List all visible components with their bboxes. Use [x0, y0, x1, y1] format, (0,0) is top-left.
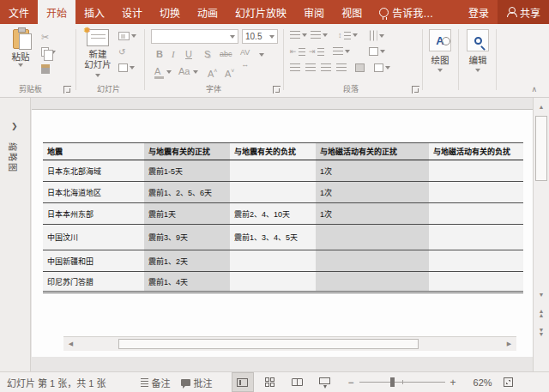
character-spacing-button[interactable]: AV↔ [240, 46, 250, 70]
table-header-cell[interactable]: 与地震有关的正扰 [144, 143, 230, 160]
clipboard-dialog-launcher[interactable] [63, 86, 71, 93]
tab-insert[interactable]: 插入 [75, 0, 113, 24]
table-cell[interactable] [429, 225, 523, 250]
fit-to-window-button[interactable] [498, 372, 520, 392]
table-cell[interactable] [429, 203, 523, 224]
next-slide-button[interactable]: ▼▼ [535, 326, 547, 338]
reading-view-button[interactable] [287, 372, 309, 392]
slide[interactable]: 地震与地震有关的正扰与地震有关的负扰与地磁活动有关的正扰与地磁活动有关的负扰日本… [32, 109, 533, 357]
table-cell[interactable] [230, 160, 316, 181]
grow-font-button[interactable]: A˄ [208, 65, 217, 80]
tab-view[interactable]: 视图 [333, 0, 371, 24]
table-cell[interactable] [429, 272, 523, 291]
table-cell[interactable] [429, 160, 523, 181]
underline-button[interactable]: U [185, 48, 192, 60]
tell-me-box[interactable]: 告诉我… [371, 0, 442, 24]
add-column-button[interactable] [355, 63, 365, 72]
zoom-in-button[interactable]: + [450, 378, 456, 387]
table-cell[interactable]: 中国新疆和田 [43, 250, 144, 271]
tab-animations[interactable]: 动画 [189, 0, 226, 24]
table-header-cell[interactable]: 与地磁活动有关的负扰 [429, 143, 523, 160]
zoom-out-button[interactable]: − [348, 378, 354, 387]
table-cell[interactable]: 日本东北部海域 [43, 160, 144, 181]
table-cell[interactable] [429, 182, 523, 202]
tab-file[interactable]: 文件 [0, 0, 38, 24]
slideshow-button[interactable] [314, 372, 336, 392]
change-case-button[interactable]: Aa [178, 65, 198, 77]
tab-home[interactable]: 开始 [38, 0, 75, 24]
table-cell[interactable]: 1次 [316, 182, 429, 202]
expand-pane-icon[interactable]: ❯ [11, 122, 18, 130]
table-cell[interactable]: 日本本州东部 [43, 203, 144, 224]
format-painter-button[interactable] [41, 64, 50, 74]
notes-button[interactable]: 备注 [136, 372, 176, 392]
collapse-ribbon-button[interactable]: ∧ [531, 85, 537, 93]
text-direction-button[interactable] [367, 31, 384, 40]
bold-button[interactable]: B [156, 48, 163, 60]
paste-dropdown-icon[interactable] [18, 63, 23, 67]
zoom-slider-thumb[interactable] [390, 377, 395, 387]
thumbnail-pane-collapsed[interactable]: ❯ 缩略图 [0, 98, 31, 371]
numbering-button[interactable] [311, 31, 328, 39]
table-cell[interactable]: 震前1、2、5、6天 [144, 182, 230, 202]
horizontal-scroll-thumb[interactable] [118, 339, 419, 349]
table-cell[interactable]: 1次 [316, 160, 429, 181]
copy-button[interactable] [41, 47, 56, 57]
scroll-down-arrow[interactable]: ▼ [535, 288, 547, 300]
character-spacing-dropdown[interactable] [259, 48, 264, 60]
tab-slideshow[interactable]: 幻灯片放映 [226, 0, 295, 24]
table-cell[interactable] [316, 250, 429, 271]
tab-review[interactable]: 审阅 [295, 0, 333, 24]
align-left-button[interactable] [290, 63, 300, 71]
text-shadow-button[interactable]: S [204, 48, 210, 60]
smartart-button[interactable] [374, 63, 390, 72]
reset-button[interactable]: ↺ [118, 48, 125, 57]
tab-transitions[interactable]: 切换 [151, 0, 189, 24]
zoom-slider[interactable] [359, 382, 445, 383]
table-cell[interactable]: 日本北海道地区 [43, 182, 144, 202]
paste-button[interactable]: 粘贴 [7, 29, 34, 67]
vertical-scrollbar[interactable]: ▲ ▼ ▲▲ ▼▼ [533, 98, 549, 371]
scroll-up-arrow[interactable]: ▲ [535, 100, 547, 112]
scroll-right-arrow[interactable]: ▶ [504, 339, 515, 349]
normal-view-button[interactable] [232, 372, 254, 392]
table-cell[interactable] [316, 225, 429, 250]
tab-design[interactable]: 设计 [113, 0, 151, 24]
italic-button[interactable]: I [172, 48, 175, 60]
line-spacing-button[interactable]: ↕ [338, 31, 358, 39]
bullets-button[interactable] [290, 31, 307, 39]
table-cell[interactable]: 震前1、4天 [144, 272, 230, 291]
previous-slide-button[interactable]: ▲▲ [535, 307, 547, 319]
layout-button[interactable] [118, 32, 136, 40]
table-cell[interactable]: 1次 [316, 203, 429, 224]
table-cell[interactable]: 震前1-5天 [144, 160, 230, 181]
vertical-scroll-thumb[interactable] [535, 116, 547, 181]
paragraph-dialog-launcher[interactable] [412, 86, 419, 93]
shrink-font-button[interactable]: A˅ [225, 65, 234, 80]
table-header-cell[interactable]: 与地磁活动有关的正扰 [316, 143, 429, 160]
font-color-dropdown[interactable] [166, 65, 172, 77]
scroll-left-arrow[interactable]: ◀ [65, 339, 76, 349]
align-right-button[interactable] [321, 63, 331, 71]
font-color-button[interactable]: A [154, 65, 164, 79]
align-text-button[interactable] [369, 47, 385, 56]
table-cell[interactable] [230, 272, 316, 291]
table-cell[interactable]: 震前1、2天 [144, 250, 230, 271]
justify-button[interactable] [336, 63, 347, 71]
zoom-level[interactable]: 62% [467, 377, 492, 388]
font-dialog-launcher[interactable] [273, 86, 281, 93]
share-button[interactable]: 共享 [498, 0, 549, 24]
comments-button[interactable]: 批注 [176, 372, 218, 392]
table-cell[interactable] [316, 272, 429, 291]
cut-button[interactable]: ✂ [41, 32, 49, 43]
align-center-button[interactable] [305, 63, 316, 71]
font-name-combo[interactable] [151, 29, 238, 44]
slide-sorter-button[interactable] [259, 372, 281, 392]
table-cell[interactable]: 震前1天 [144, 203, 230, 224]
table-header-cell[interactable]: 与地震有关的负扰 [230, 143, 316, 160]
table-cell[interactable] [230, 182, 316, 202]
increase-indent-button[interactable]: ⇥ [309, 47, 324, 56]
table-header-cell[interactable]: 地震 [43, 143, 144, 160]
columns-button[interactable] [333, 47, 350, 55]
editing-group-button[interactable]: 编辑 [463, 29, 492, 72]
